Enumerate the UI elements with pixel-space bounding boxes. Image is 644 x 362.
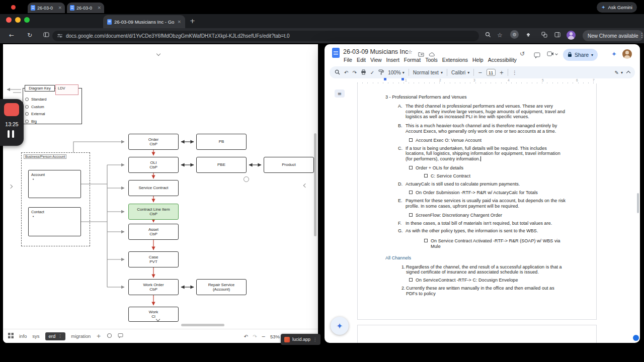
spellcheck-icon[interactable]: ✓ <box>370 70 374 75</box>
add-page-icon[interactable]: + <box>96 333 101 339</box>
extension-badge-icon[interactable]: ⚙ <box>510 30 519 39</box>
back-icon[interactable]: ← <box>9 32 14 39</box>
product-box[interactable]: Product <box>264 157 314 173</box>
radio-icon[interactable] <box>25 105 29 109</box>
pause-icon[interactable] <box>12 130 14 138</box>
menu-file[interactable]: File <box>344 57 352 63</box>
undo-icon[interactable]: ↶ <box>244 334 248 339</box>
doc-checklist-item[interactable]: On ServiceContract -RTF-> C: Docusign En… <box>409 278 566 283</box>
reload-icon[interactable]: ↻ <box>27 32 32 39</box>
tune-icon[interactable] <box>57 33 62 39</box>
margin-marker[interactable] <box>401 78 404 80</box>
side-panel-icon[interactable] <box>43 32 49 39</box>
badge-kebab-icon[interactable]: ⋮ <box>313 337 317 342</box>
panel-collapse-right-icon[interactable] <box>304 180 307 189</box>
maximize-window-button[interactable] <box>24 17 30 23</box>
star-document-icon[interactable]: ☆ <box>408 49 413 55</box>
doc-checklist-item[interactable]: On Service Contract Activated -RTF-> R&R… <box>424 238 566 249</box>
editing-mode-button[interactable]: ✎▾ <box>615 70 623 75</box>
menu-accessibility[interactable]: Accessibility <box>488 57 517 63</box>
collapse-toolbar-icon[interactable] <box>627 70 630 75</box>
undo-icon[interactable]: ↶ <box>344 70 348 75</box>
menu-extensions[interactable]: Extensions <box>442 57 468 63</box>
indent-marker[interactable] <box>384 78 386 80</box>
new-tab-button[interactable]: + <box>190 17 195 25</box>
toolbar-overflow-kebab-icon[interactable]: ⋮ <box>512 70 517 75</box>
browser-menu-kebab-icon[interactable]: ⋮ <box>639 32 644 39</box>
work-order-box[interactable]: Work OrderCbP <box>128 279 179 295</box>
doc-checklist-item[interactable]: On Order Submission -RTF-> R&R w/ Actuar… <box>409 190 566 196</box>
doc-paragraph[interactable]: A.The third channel is professional perf… <box>398 104 566 120</box>
doc-paragraph[interactable]: D.ActuaryCalc is still used to calculate… <box>398 182 566 187</box>
doc-paragraph[interactable]: G.As with the other policy types, the in… <box>398 228 566 234</box>
ldv-box[interactable]: LDV <box>55 84 78 95</box>
font-size-input[interactable]: 11 <box>487 69 496 76</box>
work-partial-box[interactable]: WorkCl <box>128 307 179 322</box>
menu-insert[interactable]: Insert <box>386 57 399 63</box>
paragraph-style-select[interactable]: Normal text▾ <box>413 70 443 75</box>
pause-icon[interactable] <box>8 130 10 138</box>
case-box[interactable]: CasePVT <box>128 251 179 267</box>
tab-info[interactable]: info <box>19 333 27 339</box>
contact-entity-box[interactable]: Contact • <box>28 207 81 236</box>
gemini-assistant-button[interactable]: ✦ <box>331 317 349 335</box>
doc-checklist-item[interactable]: ScreenFlow: Discretionary Chargent Order <box>409 213 566 218</box>
checkbox[interactable] <box>424 239 428 242</box>
gemini-icon[interactable]: ✦ <box>611 50 617 58</box>
browser-tab-background-1[interactable]: 26-03-0 × <box>28 3 65 13</box>
doc-subheading[interactable]: All Channels <box>385 255 566 261</box>
order-box[interactable]: OrderCbP <box>128 134 179 150</box>
doc-paragraph[interactable]: 1.Regardless of the channel, the end res… <box>401 264 566 276</box>
font-family-select[interactable]: Calibri▾ <box>451 70 469 75</box>
profile-avatar[interactable] <box>567 31 576 40</box>
radio-icon[interactable] <box>25 120 29 123</box>
radio-icon[interactable] <box>25 98 29 101</box>
pbe-box[interactable]: PBE <box>196 157 247 173</box>
lucid-canvas[interactable]: Standard Custom External Big Diagram Key… <box>3 44 318 343</box>
version-history-icon[interactable]: ↺ <box>520 50 525 57</box>
checkbox[interactable] <box>409 191 413 194</box>
share-button[interactable]: Share ▾ <box>563 49 598 61</box>
vertical-scrollbar[interactable] <box>314 133 316 236</box>
video-call-icon[interactable] <box>547 51 557 56</box>
checkbox[interactable] <box>409 278 413 282</box>
close-tab-icon[interactable]: × <box>177 20 181 24</box>
share-dropdown-icon[interactable]: ▾ <box>591 53 593 57</box>
lucid-app-badge[interactable]: lucid.app ⋮ <box>281 334 320 345</box>
status-circle-icon[interactable] <box>107 333 112 339</box>
close-tab-icon[interactable]: × <box>58 6 62 10</box>
doc-paragraph[interactable]: 2.Currently these are written manually i… <box>401 286 566 297</box>
tab-migration[interactable]: migration <box>71 333 91 339</box>
tab-erd-selected[interactable]: erd⋮ <box>45 332 66 340</box>
docs-scrollbar[interactable] <box>637 193 639 213</box>
browser-tab-background-2[interactable]: 26-03-0 × <box>67 3 104 13</box>
close-tab-icon[interactable]: × <box>97 6 101 10</box>
search-menus-icon[interactable] <box>335 69 340 76</box>
panel-expand-left-icon[interactable] <box>9 181 12 190</box>
menu-view[interactable]: View <box>370 57 382 63</box>
extensions-puzzle-icon[interactable] <box>525 32 531 39</box>
oli-box[interactable]: OLICbP <box>128 157 179 173</box>
document-page-next[interactable] <box>357 325 597 343</box>
document-page[interactable]: 3 - Professional Performers and Venues A… <box>357 83 597 320</box>
close-window-button[interactable] <box>6 17 12 23</box>
account-avatar[interactable] <box>622 49 632 59</box>
reading-list-icon[interactable] <box>554 32 560 39</box>
print-icon[interactable] <box>361 69 366 76</box>
decrease-font-icon[interactable]: − <box>478 70 482 75</box>
doc-paragraph[interactable]: B.This is a much heavier-touch channel a… <box>398 123 566 134</box>
checkbox[interactable] <box>409 213 413 217</box>
doc-checklist-item[interactable]: C: Service Contract <box>424 173 566 179</box>
menu-tools[interactable]: Tools <box>425 57 438 63</box>
comment-page-icon[interactable] <box>118 333 123 339</box>
address-bar[interactable]: docs.google.com/document/d/1YvCDe3Y6fMdO… <box>52 31 479 41</box>
paint-format-icon[interactable] <box>378 69 384 76</box>
service-contract-box[interactable]: Service Contract <box>128 180 179 196</box>
search-lens-icon[interactable] <box>485 32 491 39</box>
zoom-level[interactable]: 53% <box>270 334 280 339</box>
contract-line-item-box[interactable]: Contract Line ItemCbP <box>128 204 179 220</box>
radio-icon[interactable] <box>25 112 29 116</box>
checkbox[interactable] <box>424 174 428 177</box>
repair-service-box[interactable]: Repair Service(Account) <box>196 279 247 295</box>
redo-icon[interactable]: ↷ <box>253 334 257 339</box>
